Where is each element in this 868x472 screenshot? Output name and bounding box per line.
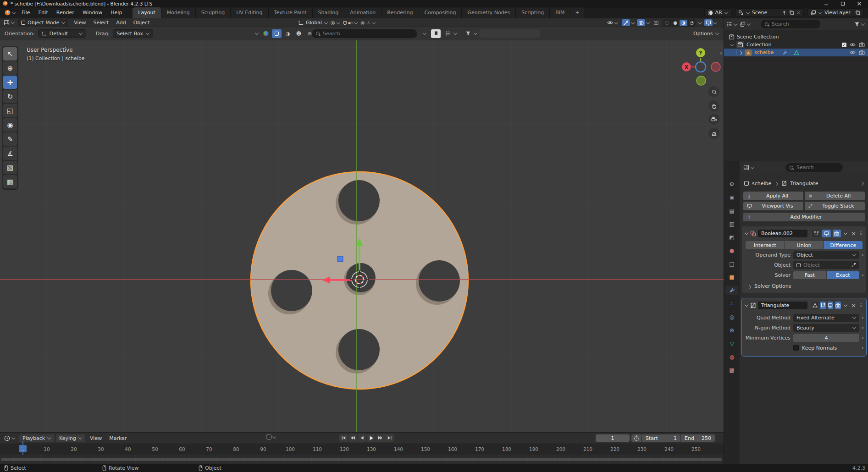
toggle-xray[interactable] <box>652 19 660 26</box>
outliner-row-collection[interactable]: Collection ✓ <box>724 41 868 49</box>
tab-uv-editing[interactable]: UV Editing <box>231 7 268 18</box>
hierarchy-dropdown[interactable] <box>443 29 457 38</box>
realtime-toggle[interactable] <box>828 302 834 309</box>
tool-annotate[interactable]: ✎ <box>3 132 17 146</box>
gizmo-neg-y-ball[interactable] <box>697 76 706 85</box>
tool-add-primitive[interactable]: ▦ <box>3 175 17 188</box>
shading-rendered-button[interactable]: ◔ <box>688 20 696 26</box>
shading-material-button[interactable]: ◑ <box>680 20 687 26</box>
modifier-name-field[interactable]: Triangulate <box>758 302 807 309</box>
orientation-dropdown[interactable]: Default <box>38 29 86 38</box>
pan-hand-button[interactable] <box>708 100 719 111</box>
on-cage-toggle[interactable] <box>812 302 818 309</box>
outliner-editor-selector[interactable] <box>727 22 737 27</box>
show-overlays-toggle[interactable] <box>637 19 645 26</box>
transform-orientation-selector[interactable]: Global <box>298 20 328 26</box>
outliner-filter[interactable] <box>854 22 866 27</box>
tab-layout[interactable]: Layout <box>133 7 161 18</box>
realtime-toggle[interactable] <box>822 230 830 237</box>
properties-tab-view-layer[interactable]: ▥ <box>725 220 738 228</box>
solver-fast-button[interactable]: Fast <box>793 271 826 279</box>
show-gizmos-toggle[interactable] <box>622 19 630 26</box>
properties-tab-data[interactable]: ▽ <box>725 339 738 348</box>
minimum-vertices-slider[interactable]: 4 <box>793 334 859 342</box>
viewport-menu-view[interactable]: View <box>70 19 89 27</box>
apply-all-button[interactable]: ⭳Apply All <box>743 192 803 200</box>
menu-help[interactable]: Help <box>106 8 126 17</box>
drag-dropdown[interactable]: Select Box <box>113 29 153 38</box>
pivot-point-selector[interactable]: ◎ <box>331 20 340 26</box>
toggle-stack-button[interactable]: ⤢Toggle Stack <box>805 202 865 210</box>
zoom-button[interactable] <box>708 86 719 97</box>
expand-chevron-icon[interactable] <box>730 43 734 47</box>
shading-dropdown-chevron[interactable] <box>698 21 702 25</box>
animate-dot[interactable] <box>862 274 863 276</box>
extras-chevron[interactable] <box>844 231 847 235</box>
chevron-down-icon[interactable] <box>713 21 717 25</box>
next-keyframe-button[interactable] <box>376 434 385 442</box>
tool-scale[interactable]: ◱ <box>3 104 17 117</box>
modifier-wrench-icon[interactable] <box>782 50 788 55</box>
view-layer-selector[interactable]: ViewLayer <box>807 8 863 17</box>
minimize-button[interactable] <box>824 0 829 6</box>
extras-chevron[interactable] <box>844 303 847 307</box>
keep-normals-checkbox[interactable] <box>793 345 799 351</box>
snap-controls[interactable]: Ω ▪▫ <box>343 20 358 26</box>
gizmo-center[interactable] <box>696 62 706 72</box>
tool-transform[interactable]: ◉ <box>3 118 17 132</box>
tool-measure[interactable]: ∡ <box>3 147 17 160</box>
tab-compositing[interactable]: Compositing <box>419 7 462 18</box>
drag-handle-icon[interactable] <box>859 303 863 307</box>
viewport-menu-object[interactable]: Object <box>130 19 154 27</box>
shading-solid-button[interactable]: ● <box>671 20 679 26</box>
properties-tab-tool[interactable]: ⚙ <box>725 180 738 188</box>
jump-to-end-button[interactable] <box>385 434 394 442</box>
proportional-editing[interactable]: ◉ ∧ <box>360 20 376 26</box>
properties-tab-collection[interactable]: □ <box>725 259 738 268</box>
delete-scene-icon[interactable]: × <box>796 10 801 16</box>
axis-orbit-gizmo[interactable]: X Y <box>674 44 724 89</box>
mesh-object-scheibe[interactable] <box>251 172 468 389</box>
outliner-row-scene-collection[interactable]: Scene Collection <box>724 33 868 41</box>
hide-eye-icon[interactable] <box>850 49 856 55</box>
properties-tab-modifiers[interactable] <box>725 286 738 295</box>
timeline-menu-keying[interactable]: Keying <box>56 434 85 442</box>
shading-wireframe-button[interactable]: ◌ <box>663 20 671 26</box>
animate-dot[interactable] <box>862 254 863 256</box>
new-layer-icon[interactable] <box>855 10 860 15</box>
solver-options-collapse[interactable]: Solver Options <box>747 283 862 289</box>
panel-collapse-chevron[interactable] <box>745 231 748 235</box>
bim-explore-mode-button[interactable] <box>272 29 282 38</box>
hide-eye-icon[interactable] <box>850 42 856 48</box>
eyedropper-icon[interactable] <box>851 263 856 268</box>
start-frame-field[interactable]: Start1 <box>642 434 680 442</box>
filter-dropdown[interactable] <box>463 29 477 38</box>
modifier-name-field[interactable]: Boolean.002 <box>758 230 807 237</box>
solver-exact-button[interactable]: Exact <box>827 271 860 279</box>
properties-tab-object[interactable]: ■ <box>725 273 738 281</box>
tab-shading[interactable]: Shading <box>313 7 345 18</box>
outliner-row-scheibe[interactable]: scheibe <box>724 49 868 56</box>
tool-move[interactable]: + <box>3 76 17 89</box>
play-reverse-button[interactable] <box>358 434 366 442</box>
timeline-menu-playback[interactable]: Playback <box>19 434 54 442</box>
tab-scripting[interactable]: Scripting <box>516 7 550 18</box>
previous-keyframe-button[interactable] <box>348 434 357 442</box>
render-toggle[interactable] <box>835 302 841 309</box>
operand-type-dropdown[interactable]: Object <box>793 251 859 259</box>
tab-animation[interactable]: Animation <box>344 7 381 18</box>
properties-tab-world[interactable]: ● <box>725 246 738 255</box>
properties-tab-texture[interactable]: ▩ <box>725 366 738 374</box>
add-modifier-button[interactable]: +Add Modifier <box>743 213 865 221</box>
bim-hexagon-icon[interactable] <box>261 29 271 38</box>
blender-app-menu[interactable] <box>3 10 17 16</box>
tool-add-cube[interactable]: ▧ <box>3 161 17 174</box>
play-button[interactable] <box>367 434 376 442</box>
properties-tab-particles[interactable]: ∴ <box>725 299 738 308</box>
gizmo-neg-x-ball[interactable] <box>711 62 720 71</box>
animate-dot[interactable] <box>862 347 863 349</box>
viewport-menu-add[interactable]: Add <box>112 19 129 27</box>
tab-bim[interactable]: BIM <box>550 7 570 18</box>
operation-intersect-button[interactable]: Intersect <box>746 241 784 249</box>
quad-method-dropdown[interactable]: Fixed Alternate <box>793 314 859 322</box>
